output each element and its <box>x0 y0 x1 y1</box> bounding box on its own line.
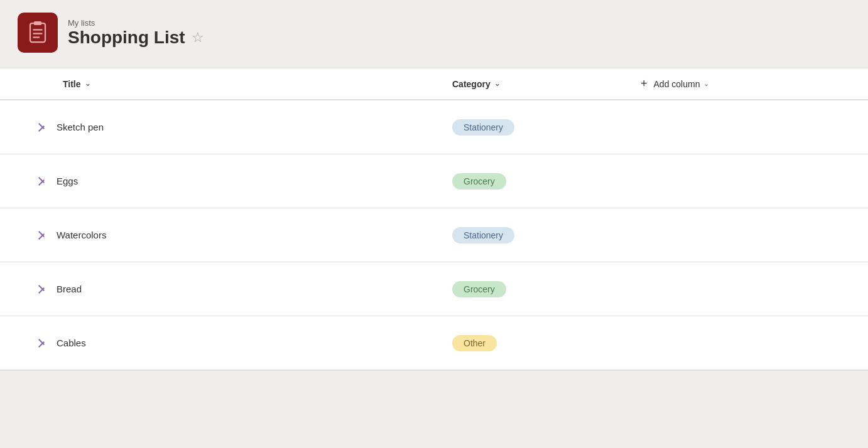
category-sort-chevron-icon: ⌄ <box>494 80 500 88</box>
favorite-star-icon[interactable]: ☆ <box>192 29 204 46</box>
item-name: Bread <box>57 284 82 294</box>
category-badge[interactable]: Stationery <box>452 227 514 243</box>
table-body: Sketch penStationeryEggsGroceryWatercolo… <box>0 100 868 370</box>
item-name: Sketch pen <box>57 122 104 132</box>
table-row[interactable]: EggsGrocery <box>0 154 868 208</box>
category-badge[interactable]: Grocery <box>452 281 506 297</box>
shopping-list-table: Title ⌄ Category ⌄ + Add column ⌄ Sketch… <box>0 68 868 371</box>
drag-handle-icon <box>38 230 49 241</box>
svg-rect-1 <box>34 21 41 25</box>
title-sort-chevron-icon: ⌄ <box>85 80 90 88</box>
header-text: My lists Shopping List ☆ <box>68 18 204 48</box>
category-badge[interactable]: Stationery <box>452 119 514 136</box>
item-name: Watercolors <box>57 230 106 240</box>
drag-handle-icon <box>38 176 49 187</box>
add-column-button[interactable]: + Add column ⌄ <box>641 77 709 90</box>
table-row[interactable]: WatercolorsStationery <box>0 208 868 262</box>
column-title-label: Title <box>63 79 81 89</box>
add-column-plus-icon: + <box>641 77 648 90</box>
row-category-cell: Grocery <box>452 281 641 297</box>
page-title: Shopping List <box>68 28 185 48</box>
row-title-cell: Cables <box>0 338 452 349</box>
list-title-row: Shopping List ☆ <box>68 28 204 48</box>
row-category-cell: Stationery <box>452 227 641 243</box>
add-column-chevron-icon: ⌄ <box>703 80 709 88</box>
item-name: Cables <box>57 338 86 348</box>
table-row[interactable]: CablesOther <box>0 316 868 370</box>
category-badge[interactable]: Grocery <box>452 173 506 189</box>
breadcrumb: My lists <box>68 18 204 28</box>
item-name: Eggs <box>57 176 78 186</box>
table-row[interactable]: BreadGrocery <box>0 262 868 316</box>
row-title-cell: Sketch pen <box>0 122 452 133</box>
table-header: Title ⌄ Category ⌄ + Add column ⌄ <box>0 68 868 100</box>
page-header: My lists Shopping List ☆ <box>0 0 868 68</box>
add-column-label: Add column <box>654 79 700 89</box>
app-icon <box>18 13 58 53</box>
drag-handle-icon <box>38 122 49 133</box>
category-badge[interactable]: Other <box>452 335 497 351</box>
column-header-title[interactable]: Title ⌄ <box>0 79 452 89</box>
table-row[interactable]: Sketch penStationery <box>0 100 868 154</box>
drag-handle-icon <box>38 338 49 349</box>
drag-handle-icon <box>38 284 49 295</box>
svg-rect-0 <box>30 23 45 42</box>
row-title-cell: Watercolors <box>0 230 452 241</box>
row-category-cell: Grocery <box>452 173 641 189</box>
column-header-category[interactable]: Category ⌄ <box>452 79 641 89</box>
row-title-cell: Bread <box>0 284 452 295</box>
row-category-cell: Stationery <box>452 119 641 136</box>
column-category-label: Category <box>452 79 491 89</box>
row-category-cell: Other <box>452 335 641 351</box>
row-title-cell: Eggs <box>0 176 452 187</box>
